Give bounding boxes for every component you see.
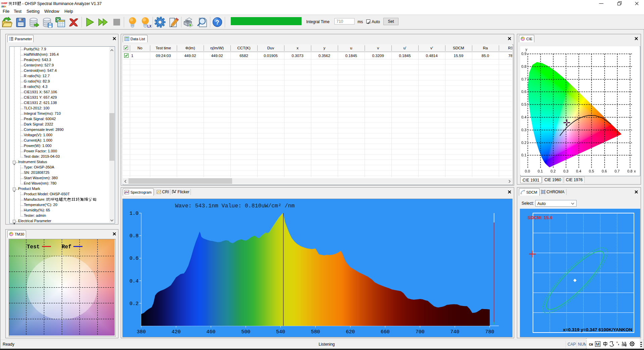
svg-text:SDCM: 15.6: SDCM: 15.6 (528, 215, 553, 220)
svg-text:660: 660 (381, 329, 390, 335)
svg-text:1.0: 1.0 (129, 211, 139, 216)
svg-text:420: 420 (171, 329, 180, 335)
svg-text:580: 580 (311, 329, 320, 335)
svg-text:LX: LX (147, 24, 152, 28)
svg-text:Wave: 543.1nm Value: 0.810uW/c: Wave: 543.1nm Value: 0.810uW/cm² /nm (175, 203, 295, 209)
svg-text:Ref: Ref (62, 244, 71, 250)
svg-text:0.8: 0.8 (129, 233, 139, 239)
svg-text:0.4: 0.4 (129, 279, 139, 284)
svg-text:Test: Test (27, 244, 40, 250)
svg-text:460: 460 (206, 329, 215, 335)
svg-text:0.6: 0.6 (129, 256, 139, 261)
svg-text:0.2: 0.2 (129, 301, 139, 307)
svg-text:500: 500 (241, 329, 250, 335)
svg-text:740: 740 (450, 329, 460, 335)
svg-text:?: ? (215, 19, 219, 26)
svg-text:540: 540 (276, 329, 285, 335)
svg-text:380: 380 (137, 329, 146, 335)
svg-text:x=0.319 y=0.347 6100K/YANKON: x=0.319 y=0.347 6100K/YANKON (563, 327, 632, 332)
svg-text:780: 780 (485, 329, 494, 335)
svg-text:620: 620 (346, 329, 355, 335)
svg-text:700: 700 (416, 329, 425, 335)
